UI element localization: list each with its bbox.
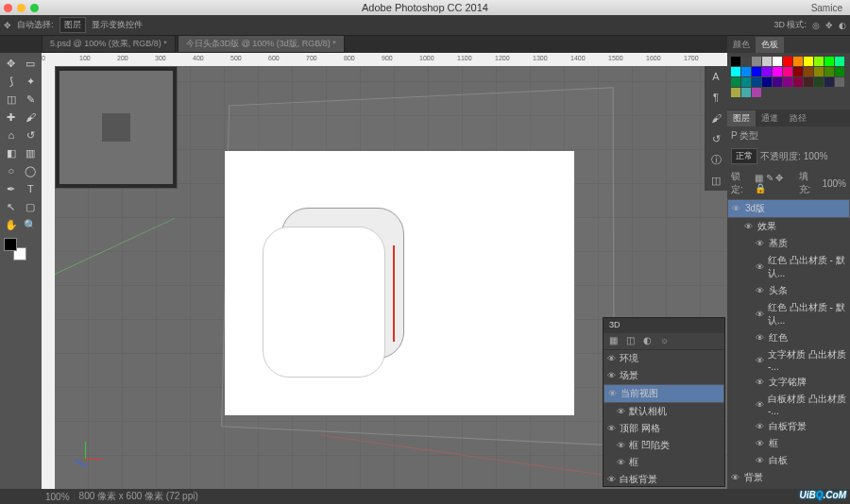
swatch[interactable] <box>804 57 813 66</box>
dolly-icon[interactable]: ◐ <box>839 21 846 30</box>
layers-tab[interactable]: 图层 <box>727 110 756 126</box>
type-tool[interactable]: T <box>22 180 41 197</box>
swatches-tab[interactable]: 色板 <box>756 37 784 53</box>
swatch[interactable] <box>752 77 761 87</box>
history-panel-icon[interactable]: ↺ <box>705 128 727 149</box>
swatch[interactable] <box>783 77 792 87</box>
swatch[interactable] <box>731 88 740 97</box>
swatch[interactable] <box>824 57 834 66</box>
3d-item[interactable]: 👁默认相机 <box>604 403 724 420</box>
layer-item[interactable]: 👁效果 <box>727 218 850 235</box>
swatch[interactable] <box>804 77 813 87</box>
swatch[interactable] <box>835 77 844 87</box>
doc-tab-1[interactable]: 5.psd @ 100% (效果, RGB/8) * <box>42 35 176 53</box>
filter-mesh-icon[interactable]: ◫ <box>626 335 639 348</box>
lasso-tool[interactable]: ⟆ <box>2 73 21 90</box>
swatch[interactable] <box>773 77 782 87</box>
swatch[interactable] <box>773 57 782 66</box>
pen-tool[interactable]: ✒ <box>2 180 21 197</box>
3d-item[interactable]: 👁框 <box>604 454 724 471</box>
path-tool[interactable]: ↖ <box>2 198 21 215</box>
3d-item[interactable]: 👁顶部 网格 <box>604 420 724 437</box>
visibility-icon[interactable]: 👁 <box>756 262 764 272</box>
visibility-icon[interactable]: 👁 <box>756 356 764 365</box>
visibility-icon[interactable]: 👁 <box>756 333 765 343</box>
swatch[interactable] <box>814 57 824 66</box>
3d-item[interactable]: 👁场景 <box>604 367 724 384</box>
navigator-overlay[interactable] <box>55 66 178 189</box>
filter-scene-icon[interactable]: ▦ <box>609 335 622 348</box>
doc-info[interactable]: 800 像素 x 600 像素 (72 ppi) <box>79 490 198 503</box>
gradient-tool[interactable]: ▥ <box>22 144 41 161</box>
maximize-icon[interactable] <box>30 4 39 12</box>
fill-value[interactable]: 100% <box>822 178 846 189</box>
visibility-icon[interactable]: 👁 <box>756 239 765 248</box>
pan-icon[interactable]: ✥ <box>825 21 833 30</box>
visibility-icon[interactable]: 👁 <box>607 475 617 484</box>
layer-item[interactable]: 👁红色 凸出材质 - 默认... <box>727 252 850 282</box>
swatch[interactable] <box>814 77 824 87</box>
axis-gizmo[interactable] <box>72 445 98 472</box>
type-panel-icon[interactable]: A <box>705 66 727 87</box>
swatch[interactable] <box>835 57 844 66</box>
visibility-icon[interactable]: 👁 <box>731 473 740 482</box>
visibility-icon[interactable]: 👁 <box>617 441 626 450</box>
dodge-tool[interactable]: ◯ <box>22 162 41 179</box>
3d-item[interactable]: 👁环境 <box>604 350 724 367</box>
eraser-tool[interactable]: ◧ <box>2 144 21 161</box>
3d-item[interactable]: 👁框 凹陷类 <box>604 437 724 454</box>
blend-mode-dropdown[interactable]: 正常 <box>731 148 757 164</box>
minimize-icon[interactable] <box>17 4 26 12</box>
swatch[interactable] <box>752 88 761 97</box>
filter-material-icon[interactable]: ◐ <box>643 335 656 348</box>
visibility-icon[interactable]: 👁 <box>608 389 618 398</box>
swatch[interactable] <box>793 57 803 66</box>
zoom-level[interactable]: 100% <box>45 492 70 502</box>
layer-item[interactable]: 👁背景 <box>727 469 850 486</box>
visibility-icon[interactable]: 👁 <box>607 424 617 433</box>
visibility-icon[interactable]: 👁 <box>756 378 765 387</box>
swatch[interactable] <box>793 77 803 87</box>
layer-item[interactable]: 👁头条 <box>727 282 850 299</box>
layer-item[interactable]: 👁白板背景 <box>727 418 850 435</box>
swatch[interactable] <box>824 77 834 87</box>
visibility-icon[interactable]: 👁 <box>756 439 765 448</box>
wand-tool[interactable]: ✦ <box>22 73 41 90</box>
visibility-icon[interactable]: 👁 <box>756 456 765 465</box>
visibility-icon[interactable]: 👁 <box>732 204 741 213</box>
swatch[interactable] <box>762 57 772 66</box>
move-tool[interactable]: ✥ <box>2 55 21 72</box>
visibility-icon[interactable]: 👁 <box>607 354 617 363</box>
layer-item[interactable]: 👁红色 <box>727 329 850 346</box>
swatch[interactable] <box>741 77 751 87</box>
swatch[interactable] <box>752 67 761 76</box>
move-tool-icon[interactable]: ✥ <box>4 21 11 30</box>
blur-tool[interactable]: ○ <box>2 162 21 179</box>
crop-tool[interactable]: ◫ <box>2 91 21 108</box>
channels-tab[interactable]: 通道 <box>756 110 784 126</box>
panel-3d-title[interactable]: 3D <box>604 318 724 333</box>
extruded-object[interactable] <box>281 208 451 406</box>
visibility-icon[interactable]: 👁 <box>617 407 626 416</box>
swatch[interactable] <box>741 88 751 97</box>
layer-item[interactable]: 👁文字铭牌 <box>727 374 850 391</box>
marquee-tool[interactable]: ▭ <box>22 55 41 72</box>
swatch[interactable] <box>741 67 751 76</box>
swatch[interactable] <box>814 67 824 76</box>
swatch[interactable] <box>835 67 844 76</box>
layer-item[interactable]: 👁文字材质 凸出材质 -... <box>727 346 850 374</box>
swatches-panel-icon[interactable]: ◫ <box>705 170 727 191</box>
stamp-tool[interactable]: ⌂ <box>2 126 21 143</box>
eyedropper-tool[interactable]: ✎ <box>22 91 41 108</box>
swatch[interactable] <box>783 57 792 66</box>
visibility-icon[interactable]: 👁 <box>744 222 754 231</box>
opacity-value[interactable]: 100% <box>804 151 828 161</box>
layers-list[interactable]: 👁3d版👁效果👁基质👁红色 凸出材质 - 默认...👁头条👁红色 凸出材质 - … <box>727 199 850 489</box>
swatch[interactable] <box>824 67 834 76</box>
lock-icons[interactable]: ▦ ✎ ✥ 🔒 <box>755 173 796 193</box>
paragraph-panel-icon[interactable]: ¶ <box>705 87 727 108</box>
layer-item[interactable]: 👁3d版 <box>727 199 850 218</box>
layer-item[interactable]: 👁白板材质 凸出材质 -... <box>727 391 850 418</box>
3d-item[interactable]: 👁白板背景 <box>604 471 724 484</box>
swatch[interactable] <box>731 77 740 87</box>
